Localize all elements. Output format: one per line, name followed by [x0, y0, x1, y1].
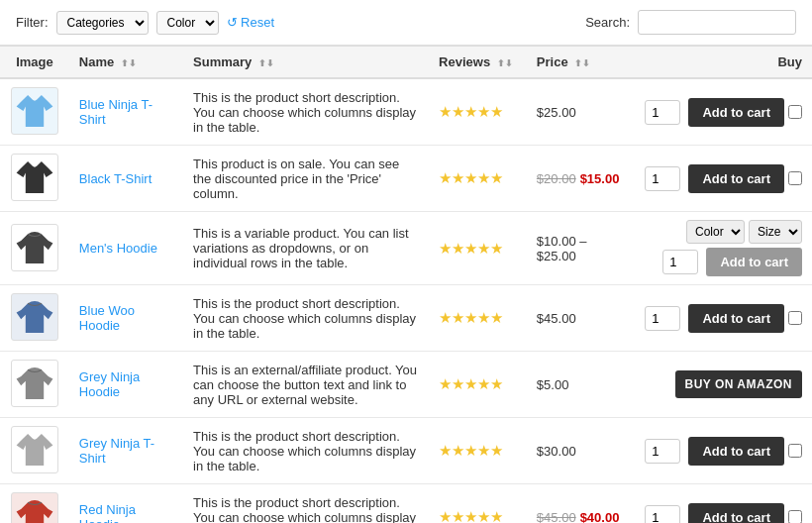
product-name-cell: Black T-Shirt	[69, 146, 183, 212]
product-summary-cell: This is the product short description. Y…	[183, 484, 429, 524]
product-name-link[interactable]: Black T-Shirt	[79, 171, 152, 186]
buy-cell-external: BUY ON AMAZON	[645, 370, 802, 398]
product-image-cell	[0, 78, 69, 146]
col-header-name[interactable]: Name ⬆⬇	[69, 47, 183, 79]
product-name-link[interactable]: Blue Ninja T-Shirt	[79, 97, 152, 127]
add-to-cart-button[interactable]: Add to cart	[688, 503, 784, 524]
product-name-cell: Grey Ninja Hoodie	[69, 352, 183, 418]
add-to-cart-button[interactable]: Add to cart	[688, 98, 784, 127]
reset-button[interactable]: ↺ Reset	[227, 15, 275, 30]
product-summary: This is a variable product. You can list…	[193, 226, 409, 270]
row-checkbox[interactable]	[788, 311, 802, 325]
star-full: ★	[477, 442, 490, 459]
product-stars: ★★★★★	[439, 510, 503, 523]
size-variation-select[interactable]: Size	[749, 220, 802, 244]
qty-input[interactable]	[662, 250, 698, 274]
col-header-image: Image	[0, 47, 69, 79]
product-name-link[interactable]: Grey Ninja T-Shirt	[79, 436, 154, 466]
product-buy-cell: Add to cart	[635, 484, 812, 524]
product-image-cell	[0, 484, 69, 524]
product-name-link[interactable]: Blue Woo Hoodie	[79, 303, 135, 333]
buy-amazon-button[interactable]: BUY ON AMAZON	[675, 370, 803, 398]
product-summary: This is an external/affiliate product. Y…	[193, 363, 417, 407]
add-to-cart-button[interactable]: Add to cart	[688, 304, 784, 333]
product-image-cell	[0, 418, 69, 484]
product-stars: ★★★★★	[439, 311, 503, 326]
product-summary-cell: This is the product short description. Y…	[183, 418, 429, 484]
col-header-price[interactable]: Price ⬆⬇	[527, 47, 635, 79]
row-checkbox[interactable]	[788, 510, 802, 523]
color-variation-select[interactable]: Color	[686, 220, 745, 244]
star-full: ★	[452, 240, 464, 257]
product-reviews-cell: ★★★★★	[429, 78, 527, 146]
product-image-cell	[0, 146, 69, 212]
qty-input[interactable]	[645, 100, 680, 125]
star-half: ★	[490, 169, 503, 186]
qty-input[interactable]	[645, 166, 680, 191]
product-stars: ★★★★★	[439, 377, 503, 392]
toolbar-filters: Filter: Categories Color ↺ Reset	[16, 11, 274, 35]
product-summary: This is the product short description. Y…	[193, 429, 416, 473]
buy-cell-simple: Add to cart	[645, 304, 802, 333]
product-price-cell: $25.00	[527, 78, 635, 146]
product-summary: This product is on sale. You can see the…	[193, 157, 399, 201]
row-checkbox[interactable]	[788, 444, 802, 458]
product-image-cell	[0, 352, 69, 418]
product-name-link[interactable]: Grey Ninja Hoodie	[79, 369, 140, 399]
star-full: ★	[452, 442, 464, 459]
col-header-summary[interactable]: Summary ⬆⬇	[183, 47, 429, 79]
qty-input[interactable]	[645, 505, 680, 524]
product-buy-cell: Add to cart	[635, 285, 812, 352]
add-to-cart-button[interactable]: Add to cart	[688, 164, 784, 193]
product-price-cell: $45.00$40.00	[527, 484, 635, 524]
price-original: $45.00	[537, 510, 576, 524]
price-sale: $15.00	[580, 171, 620, 186]
star-full: ★	[490, 508, 503, 523]
product-name-cell: Red Ninja Hoodie	[69, 484, 183, 524]
table-row: Men's HoodieThis is a variable product. …	[0, 212, 812, 285]
search-input[interactable]	[638, 10, 796, 35]
price-display: $25.00	[537, 105, 576, 120]
categories-select[interactable]: Categories	[56, 11, 149, 35]
product-price-cell: $10.00 – $25.00	[527, 212, 635, 285]
star-full: ★	[490, 309, 503, 326]
star-full: ★	[464, 103, 477, 120]
star-full: ★	[452, 508, 464, 523]
product-price-cell: $45.00	[527, 285, 635, 352]
star-full: ★	[464, 442, 477, 459]
filter-label: Filter:	[16, 15, 49, 30]
add-to-cart-button[interactable]: Add to cart	[706, 248, 802, 276]
buy-cell-simple: Add to cart	[645, 164, 802, 193]
row-checkbox[interactable]	[788, 105, 802, 119]
table-row: Grey Ninja T-ShirtThis is the product sh…	[0, 418, 812, 484]
add-to-cart-button[interactable]: Add to cart	[688, 437, 784, 466]
product-name-cell: Blue Ninja T-Shirt	[69, 78, 183, 146]
qty-input[interactable]	[645, 306, 680, 331]
product-summary-cell: This is the product short description. Y…	[183, 285, 429, 352]
product-summary-cell: This is an external/affiliate product. Y…	[183, 352, 429, 418]
sort-arrows-name: ⬆⬇	[121, 58, 137, 68]
product-buy-cell: Add to cart	[635, 418, 812, 484]
product-name-link[interactable]: Men's Hoodie	[79, 241, 157, 256]
product-name-link[interactable]: Red Ninja Hoodie	[79, 502, 136, 523]
buy-cell-simple: Add to cart	[645, 437, 802, 466]
product-reviews-cell: ★★★★★	[429, 418, 527, 484]
star-full: ★	[452, 375, 464, 392]
buy-cell-simple: Add to cart	[645, 98, 802, 127]
col-header-reviews[interactable]: Reviews ⬆⬇	[429, 47, 527, 79]
buy-cell-inner: Add to cart	[645, 248, 802, 276]
product-image	[11, 224, 58, 271]
row-checkbox[interactable]	[788, 171, 802, 185]
toolbar-search: Search:	[585, 10, 796, 35]
product-buy-cell: Color Size Add to cart	[635, 212, 812, 285]
star-full: ★	[464, 169, 477, 186]
buy-cell-variable: Color Size Add to cart	[645, 220, 802, 276]
color-select[interactable]: Color	[156, 11, 219, 35]
products-table: Image Name ⬆⬇ Summary ⬆⬇ Reviews ⬆⬇ Pric…	[0, 46, 812, 523]
table-body: Blue Ninja T-ShirtThis is the product sh…	[0, 78, 812, 523]
product-summary-cell: This is a variable product. You can list…	[183, 212, 429, 285]
qty-input[interactable]	[645, 439, 680, 464]
price-original: $20.00	[537, 171, 576, 186]
price-sale: $40.00	[580, 510, 620, 524]
sort-arrows-reviews: ⬆⬇	[497, 58, 513, 68]
